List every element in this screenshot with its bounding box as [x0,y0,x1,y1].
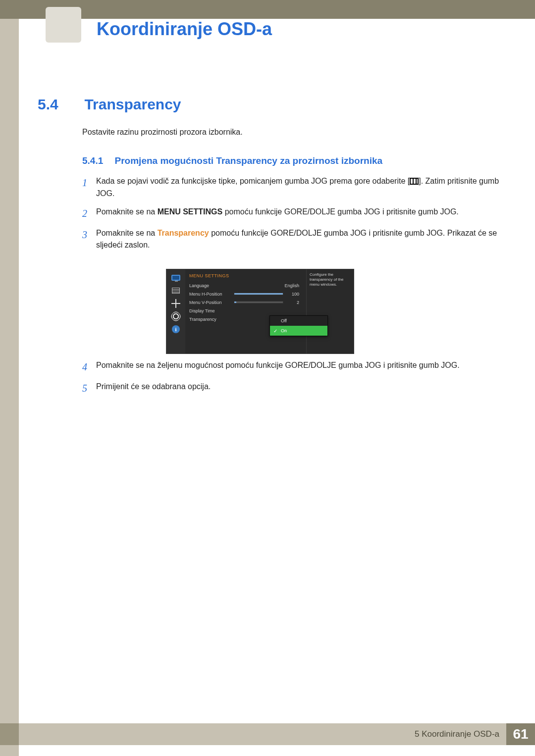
picture-icon [171,273,181,282]
osd-row-value: 2 [297,300,301,305]
section-number: 5.4 [38,96,82,113]
step-item: 2 Pomaknite se na MENU SETTINGS pomoću f… [82,206,505,221]
step-text-fragment: Kada se pojavi vodič za funkcijske tipke… [96,177,410,185]
steps-list-after-osd: 4 Pomaknite se na željenu mogućnost pomo… [82,359,505,402]
osd-panel-title: MENU SETTINGS [189,273,301,278]
osd-slider [234,293,283,295]
step-text: Pomaknite se na MENU SETTINGS pomoću fun… [96,206,505,218]
osd-row-label: Menu V-Position [189,300,234,305]
menu-icon [410,178,419,185]
footer-bar: 5 Koordiniranje OSD-a 61 [19,723,535,745]
step-text-fragment: pomoću funkcije GORE/DOLJE gumba JOG i p… [222,207,459,216]
steps-list-before-osd: 1 Kada se pojavi vodič za funkcijske tip… [82,175,505,257]
osd-option-on: On [270,326,327,336]
subsection-heading: 5.4.1 Promjena mogućnosti Transparency z… [82,155,505,166]
osd-side-menu: i [166,269,185,353]
osd-row-displaytime: Display Time [189,306,301,315]
step-number: 1 [82,175,96,191]
step-text-fragment: Pomaknite se na [96,207,158,216]
step-number: 2 [82,206,96,221]
step-item: 4 Pomaknite se na željenu mogućnost pomo… [82,359,505,375]
step-number: 4 [82,359,96,375]
osd-row-language: Language English [189,281,301,290]
step-text: Pomaknite se na Transparency pomoću funk… [96,227,505,252]
osd-slider [234,301,283,303]
osd-main-panel: MENU SETTINGS Language English Menu H-Po… [185,269,306,353]
footer-chapter-label: 5 Koordiniranje OSD-a [415,729,499,739]
chapter-number-tab [46,7,81,43]
left-margin-bar [0,0,19,756]
gear-icon [171,312,181,321]
step-text-fragment: Pomaknite se na [96,229,158,237]
step-item: 1 Kada se pojavi vodič za funkcijske tip… [82,175,505,200]
list-icon [171,286,181,295]
osd-row-label: Language [189,283,234,288]
step-number: 5 [82,381,96,396]
osd-row-label: Display Time [189,308,234,313]
step-text-highlight: Transparency [158,229,209,237]
section-intro-text: Postavite razinu prozirnosti prozora izb… [82,128,243,137]
page-number: 61 [506,723,535,745]
step-item: 5 Primijenit će se odabrana opcija. [82,381,505,396]
osd-row-label: Transparency [189,317,234,322]
osd-row-value: 100 [292,292,301,297]
osd-transparency-dropdown: Off On [269,315,328,336]
move-arrows-icon [171,299,181,308]
osd-tooltip-text: Configure the transparency of the menu w… [306,269,354,353]
osd-row-vposition: Menu V-Position 2 [189,298,301,306]
step-item: 3 Pomaknite se na Transparency pomoću fu… [82,227,505,252]
osd-screenshot: i MENU SETTINGS Language English Menu H-… [166,269,354,354]
step-text: Primijenit će se odabrana opcija. [96,381,505,393]
osd-option-off: Off [270,316,327,326]
step-text: Pomaknite se na željenu mogućnost pomoću… [96,359,505,372]
subsection-number: 5.4.1 [82,155,103,166]
page-title: Koordiniranje OSD-a [97,19,272,40]
osd-row-hposition: Menu H-Position 100 [189,290,301,298]
info-icon: i [171,325,181,334]
section-heading: 5.4 Transparency [38,96,505,113]
step-text: Kada se pojavi vodič za funkcijske tipke… [96,175,505,200]
step-number: 3 [82,227,96,243]
step-text-bold: MENU SETTINGS [158,207,223,216]
subsection-title: Promjena mogućnosti Transparency za proz… [115,155,383,166]
osd-row-value: English [284,283,301,288]
footer-accent [0,723,19,745]
section-title: Transparency [84,96,181,113]
osd-row-label: Menu H-Position [189,292,234,297]
